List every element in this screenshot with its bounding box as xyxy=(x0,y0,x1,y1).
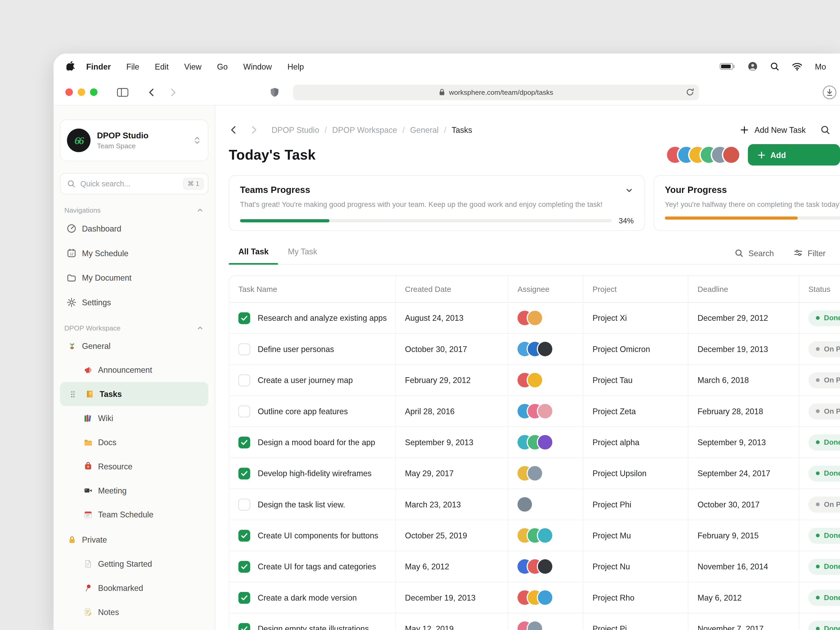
sidebar-item-wiki[interactable]: Wiki xyxy=(60,406,208,430)
task-checkbox[interactable] xyxy=(238,592,250,603)
avatar[interactable] xyxy=(527,621,542,630)
breadcrumb-item-dpop-studio[interactable]: DPOP Studio xyxy=(272,125,319,134)
menu-item-file[interactable]: File xyxy=(126,62,139,71)
table-row[interactable]: Develop high-fidelity wireframesMay 29, … xyxy=(229,458,840,489)
avatar[interactable] xyxy=(538,559,552,574)
chevron-down-icon[interactable] xyxy=(625,186,634,195)
avatar[interactable] xyxy=(527,373,542,387)
address-bar[interactable]: worksphere.com/team/dpop/tasks xyxy=(293,84,699,100)
minimize-window-button[interactable] xyxy=(78,88,85,96)
avatar[interactable] xyxy=(723,147,739,163)
search-icon[interactable] xyxy=(820,125,830,135)
deadline-cell: May 6, 2012 xyxy=(688,582,799,613)
tab-all-task[interactable]: All Task xyxy=(229,247,278,264)
sidebar-item-my-document[interactable]: My Document xyxy=(60,265,208,290)
sidebar-item-settings[interactable]: Settings xyxy=(60,290,208,314)
table-row[interactable]: Create a dark mode versionDecember 19, 2… xyxy=(229,582,840,613)
add-new-task-button[interactable]: Add New Task xyxy=(740,125,805,134)
page-back-icon[interactable] xyxy=(229,125,239,135)
downloads-icon[interactable] xyxy=(823,85,837,99)
task-checkbox[interactable] xyxy=(238,374,250,386)
teams-progress-percent: 34% xyxy=(619,216,634,225)
sidebar-item-dashboard[interactable]: Dashboard xyxy=(60,216,208,240)
breadcrumb-item-dpop-workspace[interactable]: DPOP Workspace xyxy=(332,125,397,134)
task-name: Create UI components for buttons xyxy=(258,531,378,540)
sidebar-item-docs[interactable]: Docs xyxy=(60,430,208,455)
menu-app-name[interactable]: Finder xyxy=(86,62,111,71)
zoom-window-button[interactable] xyxy=(90,88,98,96)
chevron-up-icon[interactable] xyxy=(196,206,204,214)
workspace-section-header[interactable]: DPOP Workspace xyxy=(64,323,204,333)
task-checkbox[interactable] xyxy=(238,529,250,541)
sidebar-item-announcement[interactable]: Announcement xyxy=(60,358,208,382)
table-row[interactable]: Design a mood board for the appSeptember… xyxy=(229,427,840,458)
created-date-cell: February 29, 2012 xyxy=(395,365,508,395)
browser-forward-icon[interactable] xyxy=(168,87,178,97)
browser-back-icon[interactable] xyxy=(147,87,157,97)
your-progress-header: Your Progress xyxy=(665,185,840,196)
task-checkbox[interactable] xyxy=(238,499,250,510)
table-row[interactable]: Create UI for tags and categoriesMay 6, … xyxy=(229,551,840,582)
table-row[interactable]: Design the task list view.March 23, 2013… xyxy=(229,489,840,520)
sidebar-item-my-schedule[interactable]: 12My Schedule xyxy=(60,240,208,265)
task-checkbox[interactable] xyxy=(238,561,250,573)
table-row[interactable]: Define user personasOctober 30, 2017Proj… xyxy=(229,334,840,365)
task-checkbox[interactable] xyxy=(238,312,250,324)
avatar[interactable] xyxy=(538,342,552,356)
menu-item-go[interactable]: Go xyxy=(217,62,228,71)
table-row[interactable]: Design empty state illustrationsMay 12, … xyxy=(229,613,840,630)
task-checkbox[interactable] xyxy=(238,623,250,630)
page-forward-icon[interactable] xyxy=(249,125,259,135)
sidebar-item-resource[interactable]: Resource xyxy=(60,455,208,478)
table-row[interactable]: Outline core app featuresApril 28, 2016P… xyxy=(229,396,840,427)
privacy-shield-icon[interactable] xyxy=(270,87,279,97)
sidebar-item-private[interactable]: Private xyxy=(60,527,208,552)
plus-icon xyxy=(758,151,766,159)
breadcrumb-item-tasks[interactable]: Tasks xyxy=(452,125,472,134)
avatar[interactable] xyxy=(527,466,542,481)
task-checkbox[interactable] xyxy=(238,467,250,479)
avatar[interactable] xyxy=(517,497,532,512)
filter-button[interactable]: Filter xyxy=(793,248,826,258)
avatar[interactable] xyxy=(527,311,542,325)
sidebar-item-notes[interactable]: Notes xyxy=(60,600,208,624)
tab-my-task[interactable]: My Task xyxy=(278,247,327,264)
drag-handle-icon[interactable] xyxy=(70,390,80,398)
avatar[interactable] xyxy=(538,528,552,543)
avatar[interactable] xyxy=(538,404,552,418)
menu-item-help[interactable]: Help xyxy=(287,62,304,71)
avatar[interactable] xyxy=(538,435,552,449)
apple-menu-icon[interactable] xyxy=(66,61,76,72)
menu-item-view[interactable]: View xyxy=(184,62,202,71)
quick-search[interactable]: Quick search... ⌘ 1 xyxy=(60,173,208,194)
chevron-up-down-icon[interactable] xyxy=(193,136,202,145)
sidebar-item-team-schedule[interactable]: Team Schedule xyxy=(60,502,208,527)
task-checkbox[interactable] xyxy=(238,343,250,355)
add-button[interactable]: Add xyxy=(748,144,840,166)
task-checkbox[interactable] xyxy=(238,436,250,448)
table-row[interactable]: Create UI components for buttonsOctober … xyxy=(229,520,840,551)
sidebar-item-general[interactable]: General xyxy=(60,334,208,358)
refresh-icon[interactable] xyxy=(686,88,694,96)
chevron-up-icon[interactable] xyxy=(196,324,204,332)
spotlight-search-icon[interactable] xyxy=(770,62,780,71)
search-button[interactable]: Search xyxy=(734,248,774,257)
table-row[interactable]: Create a user journey mapFebruary 29, 20… xyxy=(229,365,840,396)
menu-item-window[interactable]: Window xyxy=(243,62,272,71)
team-switcher[interactable]: 66 DPOP Studio Team Space xyxy=(60,120,208,161)
navigations-section-header[interactable]: Navigations xyxy=(64,205,204,215)
breadcrumb-item-general[interactable]: General xyxy=(410,125,439,134)
close-window-button[interactable] xyxy=(65,88,73,96)
sidebar-toggle-icon[interactable] xyxy=(117,87,129,97)
task-checkbox[interactable] xyxy=(238,405,250,417)
sidebar-item-tasks[interactable]: Tasks xyxy=(60,382,208,406)
sidebar-item-getting-started[interactable]: Getting Started xyxy=(60,552,208,576)
table-row[interactable]: Research and analyze existing appsAugust… xyxy=(229,303,840,334)
avatar[interactable] xyxy=(538,591,552,605)
user-menu-icon[interactable] xyxy=(748,62,758,71)
sidebar-item-meeting[interactable]: Meeting xyxy=(60,478,208,502)
workspace-section-label: DPOP Workspace xyxy=(64,324,120,332)
sidebar-item-bookmarked[interactable]: Bookmarked xyxy=(60,576,208,600)
menu-item-edit[interactable]: Edit xyxy=(155,62,169,71)
wifi-icon[interactable] xyxy=(792,62,803,71)
